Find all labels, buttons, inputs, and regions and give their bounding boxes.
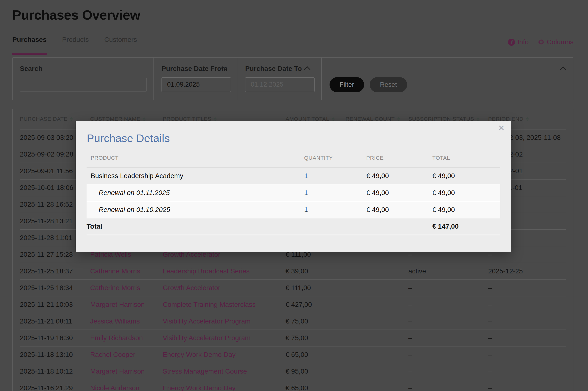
- modal-column-header-1: QUANTITY: [294, 155, 366, 161]
- modal-cell-price: € 49,00: [366, 172, 432, 180]
- modal-row: Business Leadership Academy1€ 49,00€ 49,…: [86, 167, 500, 184]
- total-label: Total: [86, 223, 294, 230]
- modal-cell-product: Business Leadership Academy: [86, 172, 294, 180]
- modal-cell-product: Renewal on 01.11.2025: [86, 189, 294, 197]
- modal-cell-quantity: 1: [294, 206, 366, 214]
- modal-column-header-3: TOTAL: [432, 155, 500, 161]
- modal-cell-quantity: 1: [294, 189, 366, 197]
- total-row: Total € 147,00: [86, 218, 500, 235]
- modal-title: Purchase Details: [87, 132, 170, 145]
- modal-cell-quantity: 1: [294, 172, 366, 180]
- purchases-overview-page: Purchases Overview Purchases Products Cu…: [0, 0, 588, 391]
- total-value: € 147,00: [432, 223, 500, 230]
- modal-column-header-2: PRICE: [366, 155, 432, 161]
- modal-table: PRODUCTQUANTITYPRICETOTAL Business Leade…: [86, 149, 500, 235]
- modal-table-header: PRODUCTQUANTITYPRICETOTAL: [86, 149, 500, 167]
- purchase-details-modal: ✕ Purchase Details PRODUCTQUANTITYPRICET…: [76, 121, 511, 252]
- modal-cell-price: € 49,00: [366, 189, 432, 197]
- modal-column-header-0: PRODUCT: [86, 155, 294, 161]
- modal-cell-total: € 49,00: [432, 172, 500, 180]
- close-icon[interactable]: ✕: [498, 124, 505, 132]
- modal-cell-total: € 49,00: [432, 206, 500, 214]
- modal-row: Renewal on 01.11.20251€ 49,00€ 49,00: [86, 184, 500, 201]
- modal-cell-price: € 49,00: [366, 206, 432, 214]
- modal-row: Renewal on 01.10.20251€ 49,00€ 49,00: [86, 201, 500, 218]
- modal-table-body: Business Leadership Academy1€ 49,00€ 49,…: [86, 167, 500, 218]
- modal-cell-product: Renewal on 01.10.2025: [86, 206, 294, 214]
- modal-cell-total: € 49,00: [432, 189, 500, 197]
